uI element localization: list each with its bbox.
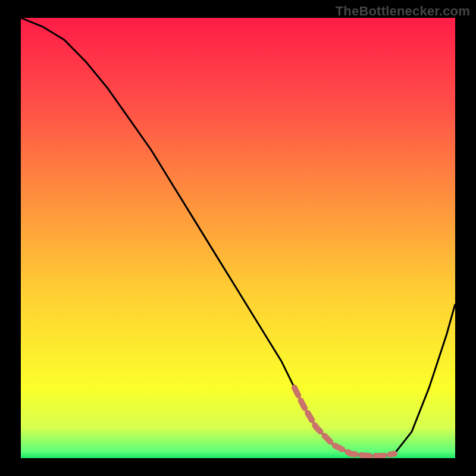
chart-svg xyxy=(21,18,455,458)
gradient-background xyxy=(21,18,455,458)
chart-container: TheBottlenecker.com xyxy=(0,0,476,476)
watermark-text: TheBottlenecker.com xyxy=(336,4,470,19)
chart-plot-area xyxy=(21,18,455,458)
